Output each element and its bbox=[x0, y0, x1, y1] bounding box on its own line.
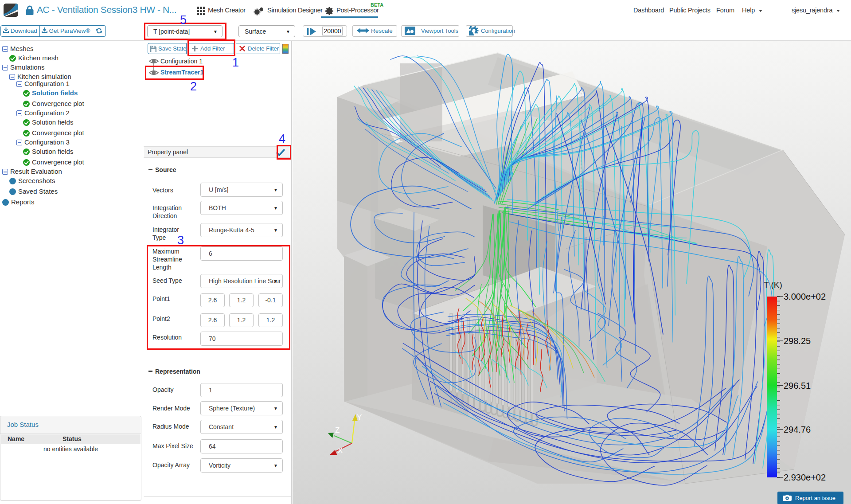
svg-text:Y: Y bbox=[357, 413, 362, 422]
svg-text:X: X bbox=[338, 446, 343, 455]
svg-text:298.25: 298.25 bbox=[784, 336, 811, 346]
svg-text:296.51: 296.51 bbox=[784, 381, 811, 391]
svg-text:2.930e+02: 2.930e+02 bbox=[784, 473, 826, 482]
svg-text:3.000e+02: 3.000e+02 bbox=[784, 292, 826, 301]
svg-text:T (K): T (K) bbox=[764, 280, 782, 289]
svg-text:Z: Z bbox=[335, 426, 340, 434]
svg-text:294.76: 294.76 bbox=[784, 425, 811, 434]
